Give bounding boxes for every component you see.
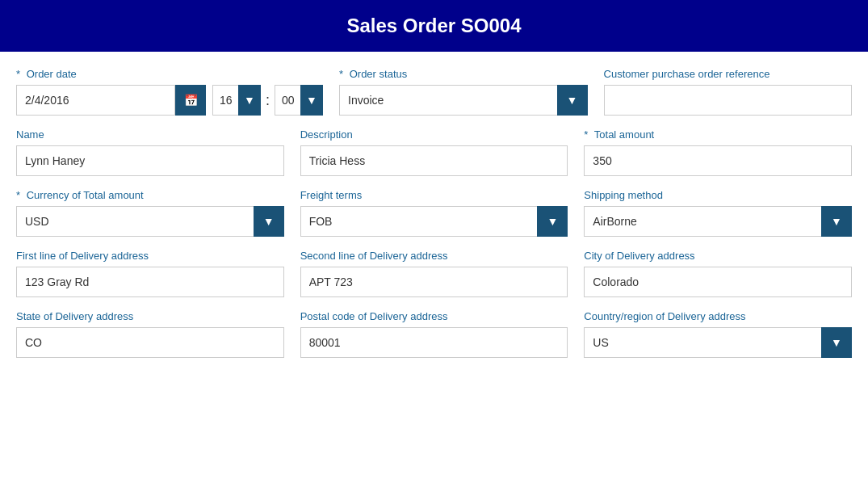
currency-group: * Currency of Total amount USD EUR GBP C… xyxy=(16,189,284,237)
shipping-method-select[interactable]: AirBorne Ground Express Overnight xyxy=(584,206,852,237)
delivery-line2-input[interactable] xyxy=(300,267,568,297)
calendar-button[interactable]: 📅 xyxy=(175,85,206,116)
description-group: Description xyxy=(300,128,568,176)
delivery-line2-group: Second line of Delivery address xyxy=(300,250,568,297)
delivery-line1-group: First line of Delivery address xyxy=(16,250,284,297)
required-star: * xyxy=(16,68,20,80)
currency-label: * Currency of Total amount xyxy=(16,189,284,201)
page-title: Sales Order SO004 xyxy=(346,15,521,36)
name-input[interactable] xyxy=(16,145,284,176)
order-status-wrapper: Invoice Draft Confirmed Done Cancelled ▼ xyxy=(339,85,588,116)
delivery-city-label: City of Delivery address xyxy=(584,250,852,262)
total-amount-label: * Total amount xyxy=(584,128,852,141)
delivery-country-label: Country/region of Delivery address xyxy=(584,310,852,322)
delivery-city-group: City of Delivery address xyxy=(584,250,852,297)
currency-select[interactable]: USD EUR GBP CAD xyxy=(16,206,284,237)
customer-po-group: Customer purchase order reference xyxy=(604,68,853,116)
delivery-line1-label: First line of Delivery address xyxy=(16,250,284,262)
order-status-select[interactable]: Invoice Draft Confirmed Done Cancelled xyxy=(339,85,588,116)
page-header: Sales Order SO004 xyxy=(0,0,868,52)
total-amount-input[interactable] xyxy=(584,145,852,176)
freight-terms-group: Freight terms FOB CIF EXW DDP ▼ xyxy=(300,189,568,237)
freight-terms-label: Freight terms xyxy=(300,189,568,201)
order-date-input[interactable] xyxy=(16,85,175,116)
delivery-state-group: State of Delivery address xyxy=(16,310,284,358)
order-status-group: * Order status Invoice Draft Confirmed D… xyxy=(339,68,588,116)
freight-terms-wrapper: FOB CIF EXW DDP ▼ xyxy=(300,206,568,237)
minute-select[interactable]: 00 xyxy=(275,85,323,116)
freight-terms-select[interactable]: FOB CIF EXW DDP xyxy=(300,206,568,237)
delivery-city-input[interactable] xyxy=(584,267,852,297)
delivery-postal-group: Postal code of Delivery address xyxy=(300,310,568,358)
customer-po-label: Customer purchase order reference xyxy=(604,68,853,80)
time-colon: : xyxy=(264,92,271,109)
order-date-group: * Order date 📅 16 ▼ xyxy=(16,68,323,116)
total-amount-group: * Total amount xyxy=(584,128,852,176)
delivery-country-wrapper: US CA GB AU DE FR ▼ xyxy=(584,327,852,358)
delivery-state-input[interactable] xyxy=(16,327,284,358)
description-label: Description xyxy=(300,128,568,141)
delivery-postal-input[interactable] xyxy=(300,327,568,358)
hour-select-wrapper: 16 ▼ xyxy=(212,85,261,116)
currency-wrapper: USD EUR GBP CAD ▼ xyxy=(16,206,284,237)
delivery-country-select[interactable]: US CA GB AU DE FR xyxy=(584,327,852,358)
order-date-label: * Order date xyxy=(16,68,323,80)
delivery-line2-label: Second line of Delivery address xyxy=(300,250,568,262)
description-input[interactable] xyxy=(300,145,568,176)
order-status-label: * Order status xyxy=(339,68,588,80)
customer-po-input[interactable] xyxy=(604,85,853,116)
delivery-line1-input[interactable] xyxy=(16,267,284,297)
calendar-icon: 📅 xyxy=(184,94,198,107)
minute-select-wrapper: 00 ▼ xyxy=(275,85,323,116)
hour-select[interactable]: 16 xyxy=(212,85,261,116)
name-label: Name xyxy=(16,128,284,141)
shipping-method-wrapper: AirBorne Ground Express Overnight ▼ xyxy=(584,206,852,237)
shipping-method-label: Shipping method xyxy=(584,189,852,201)
delivery-country-group: Country/region of Delivery address US CA… xyxy=(584,310,852,358)
delivery-state-label: State of Delivery address xyxy=(16,310,284,322)
name-group: Name xyxy=(16,128,284,176)
shipping-method-group: Shipping method AirBorne Ground Express … xyxy=(584,189,852,237)
delivery-postal-label: Postal code of Delivery address xyxy=(300,310,568,322)
